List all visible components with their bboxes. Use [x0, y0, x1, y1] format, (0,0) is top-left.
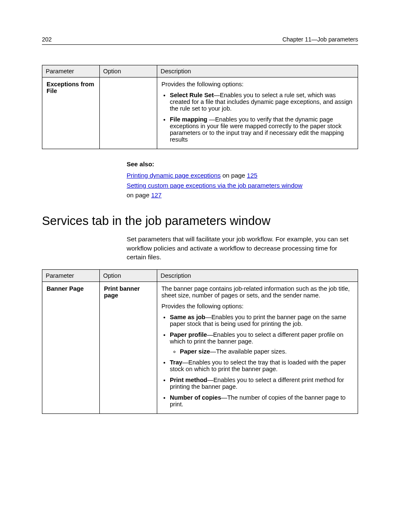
- section-intro: Set parameters that will facilitate your…: [127, 235, 358, 262]
- see-also-page-link-2[interactable]: 127: [151, 191, 161, 199]
- list-item: Print method—Enables you to select a dif…: [170, 377, 353, 390]
- see-also-line-1: Printing dynamic page exceptions on page…: [127, 170, 358, 180]
- see-also-link-2[interactable]: Setting custom page exceptions via the j…: [127, 182, 302, 189]
- page-number: 202: [42, 36, 52, 43]
- list-item: Paper size—The available paper sizes.: [180, 348, 353, 355]
- list-item: File mapping —Enables you to verify that…: [170, 116, 353, 143]
- list-item: Tray—Enables you to select the tray that…: [170, 359, 353, 372]
- desc-list: Same as job—Enables you to print the ban…: [161, 314, 353, 408]
- cell-parameter: Exceptions from File: [42, 77, 100, 149]
- see-also-page-link-1[interactable]: 125: [247, 172, 257, 179]
- desc-list: Select Rule Set—Enables you to select a …: [161, 92, 353, 143]
- see-also-tail-2: on page: [127, 191, 151, 199]
- desc-p1: The banner page contains job-related inf…: [161, 285, 353, 299]
- table-header-row: Parameter Option Description: [42, 65, 358, 77]
- option-text: —Enables you to select the tray that is …: [170, 359, 346, 372]
- option-label: Number of copies: [170, 394, 221, 401]
- table-row: Exceptions from File Provides the follow…: [42, 77, 358, 149]
- cell-description: Provides the following options: Select R…: [157, 77, 358, 149]
- see-also-line-2: Setting custom page exceptions via the j…: [127, 181, 358, 200]
- see-also-block: See also: Printing dynamic page exceptio…: [127, 159, 358, 200]
- page-header: 202 Chapter 11—Job parameters: [42, 36, 358, 45]
- desc-p2: Provides the following options:: [161, 303, 353, 310]
- desc-intro: Provides the following options:: [161, 81, 353, 88]
- see-also-heading: See also:: [127, 159, 358, 169]
- option-label: Paper profile: [170, 331, 207, 338]
- list-item: Select Rule Set—Enables you to select a …: [170, 92, 353, 112]
- section-heading: Services tab in the job parameters windo…: [42, 214, 358, 228]
- header-description: Description: [157, 65, 358, 77]
- option-label: Select Rule Set: [170, 92, 214, 98]
- header-option: Option: [100, 270, 157, 282]
- cell-option: Print banner page: [100, 282, 157, 414]
- chapter-label: Chapter 11—Job parameters: [282, 36, 358, 43]
- option-label: Print method: [170, 377, 207, 383]
- document-page: 202 Chapter 11—Job parameters Parameter …: [0, 0, 400, 532]
- option-label: Same as job: [170, 314, 205, 320]
- header-parameter: Parameter: [42, 65, 100, 77]
- table-header-row: Parameter Option Description: [42, 270, 358, 282]
- option-label: Paper size: [180, 348, 210, 355]
- header-parameter: Parameter: [42, 270, 100, 282]
- table-row: Banner Page Print banner page The banner…: [42, 282, 358, 414]
- cell-parameter: Banner Page: [42, 282, 100, 414]
- option-label: Tray: [170, 359, 182, 366]
- cell-option: [100, 77, 157, 149]
- header-option: Option: [100, 65, 157, 77]
- exceptions-table: Parameter Option Description Exceptions …: [42, 65, 358, 149]
- sub-list: Paper size—The available paper sizes.: [170, 348, 353, 355]
- option-label: File mapping: [170, 116, 209, 123]
- option-text: —The available paper sizes.: [210, 348, 287, 355]
- list-item: Same as job—Enables you to print the ban…: [170, 314, 353, 327]
- see-also-link-1[interactable]: Printing dynamic page exceptions: [127, 172, 221, 179]
- services-table: Parameter Option Description Banner Page…: [42, 269, 358, 414]
- list-item: Number of copies—The number of copies of…: [170, 394, 353, 408]
- list-item: Paper profile—Enables you to select a di…: [170, 331, 353, 355]
- header-description: Description: [157, 270, 358, 282]
- see-also-tail-1: on page: [221, 172, 247, 179]
- cell-description: The banner page contains job-related inf…: [157, 282, 358, 414]
